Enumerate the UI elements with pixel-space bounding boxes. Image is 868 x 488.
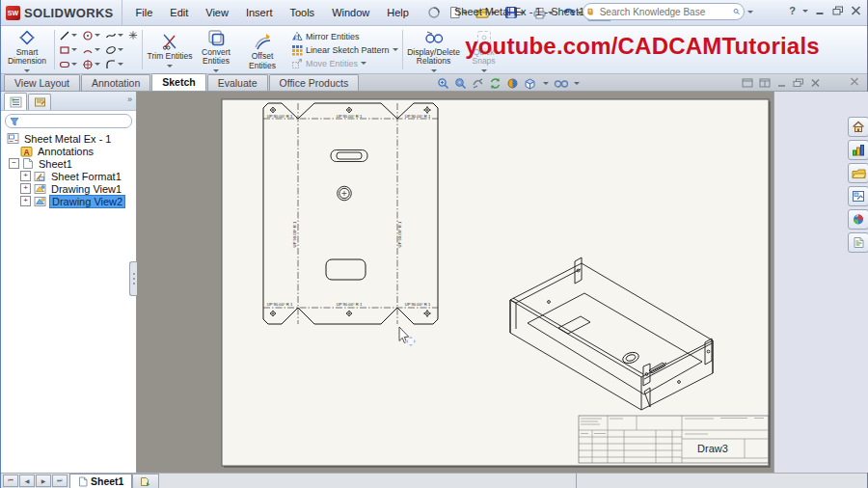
rectangle-icon [59,44,70,56]
appearances-button[interactable] [848,209,868,230]
menu-window[interactable]: Window [324,5,377,20]
dropdown-caret[interactable] [574,82,580,88]
tree-root-row[interactable]: Sheet Metal Ex - 1 [1,132,136,145]
bend-note: UP 90.00° R 1 [405,302,431,307]
expand-box[interactable]: + [20,183,31,194]
mdi-window-controls [742,78,821,88]
expand-box[interactable]: + [20,196,31,206]
tree-drawing-view2-row[interactable]: + Drawing View2 [1,195,136,207]
menu-help[interactable]: Help [379,5,417,20]
tree-sheet-format1-row[interactable]: + Sheet Format1 [1,170,136,182]
bend-note: UP 90.00° R 1 [337,302,363,307]
circular-hole [338,186,352,201]
search-area [583,3,753,20]
ellipse-tool[interactable] [104,42,127,57]
menu-view[interactable]: View [198,5,236,20]
expand-box[interactable]: + [20,171,31,181]
restore-button[interactable] [832,6,844,15]
view-palette-button[interactable] [848,186,868,206]
propertymanager-tab[interactable] [28,94,51,110]
zoom-to-fit-button[interactable] [437,77,449,90]
mdi-minimize-button[interactable] [776,78,787,88]
design-library-button[interactable] [848,140,868,160]
dropdown-caret [118,48,123,54]
sheet-icon [22,157,34,170]
redraw-button[interactable] [489,77,502,90]
dropdown-caret[interactable] [543,82,549,88]
smart-dimension-button[interactable]: Smart Dimension [4,25,50,75]
tree-drawing-view1-row[interactable]: + Drawing View1 [1,182,136,195]
menu-insert[interactable]: Insert [238,5,281,20]
arc-tool[interactable] [81,42,104,57]
pan-button[interactable] [472,77,484,90]
circle-tool[interactable] [81,28,104,42]
first-sheet-button[interactable]: ⏮ [3,474,18,487]
tree-sheet1-row[interactable]: − Sheet1 [1,157,136,170]
last-sheet-button[interactable]: ⏭ [52,474,68,487]
convert-entities-button[interactable]: Convert Entities [193,25,239,75]
search-icon[interactable] [733,6,740,17]
tile-windows-icon[interactable] [759,78,771,88]
sheet-tab-bar: ⏮ ◀ ▶ ⏭ Sheet1 [1,473,867,488]
solidworks-logo-icon: SW [6,6,20,20]
taskpane-close-button[interactable] [850,76,859,88]
spline-tool[interactable] [104,28,127,42]
sheet1-tab[interactable]: Sheet1 [69,474,132,488]
dropdown-caret[interactable] [393,48,398,54]
panel-expand-chevron[interactable]: » [127,95,132,104]
resources-button[interactable] [424,4,444,21]
move-entities-button[interactable]: Move Entities [291,58,398,69]
next-sheet-button[interactable]: ▶ [36,474,51,487]
fillet-tool[interactable] [104,57,127,71]
menu-edit[interactable]: Edit [162,5,196,20]
offset-entities-button[interactable]: Offset Entities [239,29,285,70]
new-window-icon[interactable] [742,78,753,88]
close-button[interactable] [851,6,861,15]
drawing-sheet [222,99,769,466]
graphics-area[interactable]: UP 90.00° R 1 UP 90.00° R 1 UP 90.00° R … [137,92,773,473]
search-input[interactable] [598,6,729,18]
resources-home-button[interactable] [848,117,868,137]
slot-tool[interactable] [58,57,81,71]
knowledge-base-searchbox[interactable] [583,3,745,20]
help-button[interactable]: ? [789,5,796,16]
collapse-box[interactable]: − [9,158,19,169]
panel-collapse-handle[interactable] [129,261,137,296]
menu-tools[interactable]: Tools [282,5,322,20]
prev-sheet-button[interactable]: ◀ [19,474,35,487]
zoom-to-area-button[interactable] [454,77,467,90]
view-settings-button[interactable] [506,77,519,90]
tab-office-products[interactable]: Office Products [269,74,360,91]
dropdown-caret [95,34,100,40]
sheet-tab-track [159,474,577,488]
menu-file[interactable]: File [128,5,161,20]
polygon-tool[interactable] [81,57,104,71]
dropdown-caret[interactable] [167,65,173,70]
line-tool[interactable] [58,28,81,42]
tab-evaluate[interactable]: Evaluate [207,74,268,91]
custom-properties-button[interactable] [848,232,868,253]
help-dropdown-caret[interactable] [802,10,808,15]
rectangle-tool[interactable] [58,42,81,57]
tab-annotation[interactable]: Annotation [81,74,150,91]
tab-view-layout[interactable]: View Layout [4,74,80,91]
search-dropdown-caret[interactable] [747,11,753,16]
file-explorer-button[interactable] [848,163,868,183]
view-orientation-button[interactable] [524,77,538,90]
point-icon [128,30,138,41]
minimize-button[interactable] [815,6,826,15]
tree-filter-input[interactable] [5,114,132,128]
tree-annotations-row[interactable]: A Annotations [1,145,136,157]
featuremanager-tab[interactable] [4,93,27,110]
mirror-entities-button[interactable]: Mirror Entities [291,31,398,42]
trim-entities-button[interactable]: Trim Entities [147,29,193,70]
group-separator [142,30,143,69]
mdi-restore-button[interactable] [793,78,804,88]
tab-sketch[interactable]: Sketch [151,73,205,91]
mdi-close-button[interactable] [810,78,821,88]
hide-show-items-button[interactable] [554,78,569,89]
point-tool[interactable] [127,28,139,42]
group-separator [54,30,55,69]
add-sheet-tab[interactable] [132,474,159,488]
linear-sketch-pattern-button[interactable]: Linear Sketch Pattern [291,44,398,56]
